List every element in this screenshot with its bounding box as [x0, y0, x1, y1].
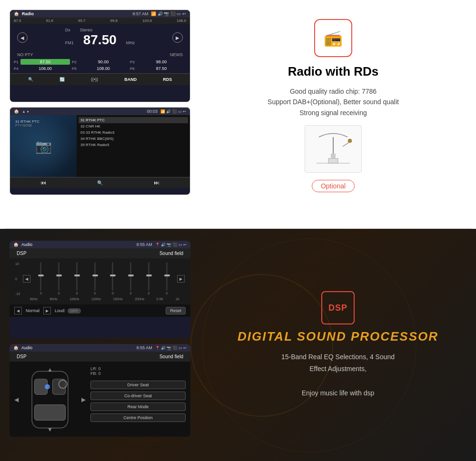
- radio-frequency: 87.50: [83, 32, 117, 48]
- dsp-feature-title: DIGITAL SOUND PROCESSOR: [238, 329, 438, 344]
- arrow-up-icon[interactable]: ▲: [47, 366, 53, 373]
- dab-next-btn[interactable]: ⏭: [154, 179, 159, 186]
- radio-stereo: Stereo: [80, 28, 93, 32]
- dab-bottom-bar: ⏮ 🔍 ⏭: [10, 177, 190, 188]
- feature-title: Radio with RDs: [288, 64, 379, 79]
- rear-mode-button[interactable]: Rear Mode: [90, 402, 186, 411]
- dab-time: 00:03: [147, 109, 158, 114]
- arrow-right-icon[interactable]: ▶: [81, 396, 86, 403]
- tab-dsp[interactable]: DSP: [17, 251, 27, 256]
- rds-btn[interactable]: RDS: [160, 76, 175, 83]
- bottom-section: 🏠 Audio 8:55 AM 📍 🔊 📷 ⬛ ▭ ↩ DSP Sound fi…: [0, 229, 476, 461]
- news: NEWS: [170, 52, 183, 57]
- prev-button[interactable]: ◀: [17, 32, 28, 43]
- radio-time: 8:57 AM: [132, 11, 148, 16]
- svg-point-5: [348, 139, 352, 143]
- reset-button[interactable]: Reset: [166, 307, 186, 314]
- radio-top-bar: 🏠 Radio 8:57 AM 📶 🔊 📷 ⬛ ▭ ↩: [10, 10, 190, 18]
- channel-3[interactable]: 03 33 RTHK Radio3: [79, 129, 188, 136]
- tab-sound[interactable]: Sound field: [159, 251, 183, 256]
- radio-bottom-bar: 🔍 🔄 ((•)) BAND RDS: [10, 73, 190, 85]
- eq-60hz[interactable]: 0: [33, 262, 49, 295]
- driver-seat-button[interactable]: Driver Seat: [90, 381, 186, 389]
- radio-fm: FM1: [65, 40, 74, 45]
- radio-dx: Dx: [65, 28, 70, 32]
- eq-05k[interactable]: 0: [141, 262, 157, 295]
- radio-main: ◀ Dx Stereo FM1 87.50 MHz ▶: [10, 24, 190, 51]
- dsp-feature-desc: 15-Band Real EQ Selections, 4 Sound Effe…: [281, 351, 395, 399]
- sound-tab-dsp[interactable]: DSP: [17, 354, 27, 359]
- sound-car-diagram: ▲ ▼ ◀ ▶: [14, 366, 86, 433]
- eq-160hz[interactable]: 0: [105, 262, 120, 295]
- dsp-icon-box: DSP: [321, 291, 355, 324]
- band-btn[interactable]: BAND: [121, 76, 139, 83]
- dab-home-icon: 🏠: [14, 109, 19, 114]
- eq-1k[interactable]: 0: [159, 262, 174, 295]
- search-btn[interactable]: 🔍: [25, 76, 36, 83]
- dab-main: 31 RTHK PTC PTY:NONE 📷 31 RTHK PTC 32 CN…: [10, 115, 190, 177]
- dab-search-btn[interactable]: 🔍: [97, 180, 103, 186]
- svg-rect-2: [328, 158, 338, 163]
- cycle-btn[interactable]: 🔄: [57, 76, 68, 83]
- sound-controls: LR: 0 FB: 0 Driver Seat Co-driver Seat R…: [90, 366, 186, 433]
- no-pty: NO PTY: [17, 52, 33, 57]
- sound-field-screenshot: 🏠 Audio 8:55 AM 📍 🔊 📷 ⬛ ▭ ↩ DSP Sound fi…: [10, 344, 190, 437]
- channel-1[interactable]: 31 RTHK PTC: [79, 117, 188, 123]
- svg-rect-9: [35, 405, 66, 421]
- dsp-desc-line-3: Enjoy music life with dsp: [281, 387, 395, 399]
- dsp-bottom-bar: ◀ Normal ▶ Loud: OFF Reset: [10, 304, 190, 317]
- centre-position-button[interactable]: Centre Position: [90, 413, 186, 422]
- dab-camera-icon: 📷: [35, 138, 52, 154]
- radio-mhz: MHz: [126, 40, 135, 45]
- eq-200hz[interactable]: 0: [123, 262, 139, 295]
- radio-feature-info: 📻 Radio with RDs Good quality radio chip…: [200, 10, 466, 219]
- radio-title: Radio: [22, 11, 129, 16]
- radio-freq-bar: 87.5 91.6 95.7 99.8 103.9 108.0: [10, 18, 190, 24]
- dsp-title: Audio: [21, 242, 134, 247]
- dab-pty: PTY:NONE: [15, 124, 40, 127]
- radio-info-bar: NO PTY NEWS: [10, 51, 190, 58]
- radio-presets: P1 87.50 P2 90.00 P3 98.00 P4 10: [10, 58, 190, 73]
- next-button[interactable]: ▶: [172, 32, 183, 43]
- dsp-desc-line-2: Effect Adjustments,: [281, 363, 395, 375]
- eq-scale: 10 0 -10: [15, 262, 22, 295]
- dsp-desc-line-1: 15-Band Real EQ Selections, 4 Sound: [281, 351, 395, 363]
- channel-5[interactable]: 35 RTHK Radio5: [79, 142, 188, 148]
- dab-album-art: 31 RTHK PTC PTY:NONE 📷: [10, 115, 77, 177]
- dsp-time: 8:55 AM: [137, 242, 152, 247]
- arrow-down-icon[interactable]: ▼: [47, 426, 53, 433]
- mode-left-arrow[interactable]: ◀: [14, 307, 22, 314]
- channel-2[interactable]: 32 CNR HK: [79, 123, 188, 129]
- radio-center: Dx Stereo FM1 87.50 MHz: [65, 28, 135, 48]
- sound-main: ▲ ▼ ◀ ▶: [10, 362, 190, 437]
- car-seats-svg: [17, 369, 83, 431]
- eq-100hz[interactable]: 0: [69, 262, 85, 295]
- channel-4[interactable]: 34 RTHK BBC(WS): [79, 136, 188, 142]
- desc-line-2: Support DAB+(Optional), Better sound qua…: [268, 97, 399, 107]
- arrow-left-icon[interactable]: ◀: [14, 396, 19, 403]
- dsp-tabs: DSP Sound field: [10, 248, 190, 258]
- svg-point-11: [45, 384, 50, 390]
- optional-badge: Optional: [312, 180, 355, 192]
- dsp-feature-info: DSP DIGITAL SOUND PROCESSOR 15-Band Real…: [200, 229, 476, 461]
- desc-line-1: Good quality radio chip: 7786: [268, 86, 399, 97]
- svg-rect-8: [52, 379, 65, 395]
- codriver-seat-button[interactable]: Co-driver Seat: [90, 392, 186, 400]
- eq-left-arrow[interactable]: ◀: [23, 275, 30, 283]
- feature-desc: Good quality radio chip: 7786 Support DA…: [268, 86, 399, 118]
- mode-right-arrow[interactable]: ▶: [43, 307, 51, 314]
- eq-right-arrow[interactable]: ▶: [177, 275, 185, 283]
- status-icons: 📶 🔊 📷 ⬛ ▭ ↩: [151, 11, 186, 16]
- toggle-off-label[interactable]: OFF: [68, 308, 81, 314]
- sound-title: Audio: [21, 345, 134, 350]
- dsp-home-icon: 🏠: [13, 242, 19, 247]
- sound-top-bar: 🏠 Audio 8:55 AM 📍 🔊 📷 ⬛ ▭ ↩: [10, 344, 190, 352]
- mode-normal[interactable]: Normal: [26, 308, 40, 313]
- sound-tab-soundfield[interactable]: Sound field: [159, 354, 183, 359]
- dab-prev-btn[interactable]: ⏮: [40, 179, 46, 186]
- signal-btn[interactable]: ((•)): [88, 76, 101, 83]
- home-icon: 🏠: [14, 11, 19, 16]
- eq-120hz[interactable]: 0: [87, 262, 102, 295]
- radio-screenshot: 🏠 Radio 8:57 AM 📶 🔊 📷 ⬛ ▭ ↩ 87.5 91.6 95…: [10, 10, 190, 102]
- eq-80hz[interactable]: 0: [51, 262, 67, 295]
